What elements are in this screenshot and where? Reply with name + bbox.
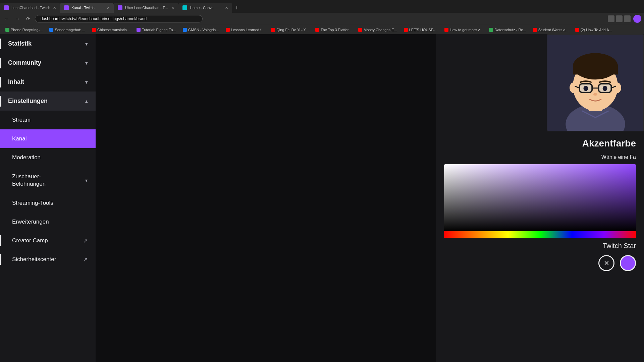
- sidebar: Statistik ▾ Community ▾ Inhalt ▾ Einstel…: [0, 34, 96, 362]
- bookmarks-bar: Phone Recycling-... Sonderangebot: ... C…: [0, 25, 644, 34]
- sidebar-item-creator-camp[interactable]: Creator Camp ↗: [0, 231, 96, 250]
- address-input[interactable]: [35, 15, 203, 22]
- bookmark-7[interactable]: Qing Fei De Yi - Y...: [268, 27, 311, 33]
- bookmark-13[interactable]: Student Wants a...: [530, 27, 571, 33]
- sidebar-label-stream: Stream: [12, 117, 31, 123]
- sidebar-item-streaming-tools[interactable]: Streaming-Tools: [0, 194, 96, 213]
- sidebar-label-streaming-tools: Streaming-Tools: [12, 200, 53, 206]
- page-content: Statistik ▾ Community ▾ Inhalt ▾ Einstel…: [0, 34, 644, 362]
- bm-favicon-11: [444, 28, 448, 32]
- main-content: [96, 34, 436, 362]
- tab-favicon-3: [118, 5, 122, 10]
- bookmark-8[interactable]: The Top 3 Platfor...: [313, 27, 354, 33]
- tab-favicon-2: [64, 5, 69, 10]
- sidebar-item-inhalt[interactable]: Inhalt ▾: [0, 72, 96, 92]
- new-tab-button[interactable]: +: [232, 3, 241, 13]
- sidebar-item-stream[interactable]: Stream: [0, 111, 96, 129]
- bm-label-1: Phone Recycling-...: [11, 28, 43, 32]
- sidebar-item-community[interactable]: Community ▾: [0, 53, 96, 72]
- extensions-area: [608, 15, 631, 22]
- chevron-inhalt: ▾: [85, 79, 88, 85]
- bookmark-1[interactable]: Phone Recycling-...: [3, 27, 45, 33]
- bm-label-12: Datenschutz - Re...: [494, 28, 526, 32]
- tab-4[interactable]: Home - Canva ✕: [178, 3, 232, 13]
- bookmark-14[interactable]: (2) How To Add A...: [573, 27, 615, 33]
- bm-label-6: Lessons Learned f...: [231, 28, 265, 32]
- tab-close-4[interactable]: ✕: [225, 6, 228, 10]
- bookmark-6[interactable]: Lessons Learned f...: [223, 27, 267, 33]
- sidebar-item-zuschauer[interactable]: Zuschauer-Belohnungen ▾: [0, 167, 96, 194]
- sidebar-item-moderation[interactable]: Moderation: [0, 148, 96, 167]
- sidebar-label-erweiterungen: Erweiterungen: [12, 219, 49, 225]
- profile-button[interactable]: [633, 15, 641, 23]
- bookmark-3[interactable]: Chinese translatio...: [89, 27, 132, 33]
- bm-favicon-8: [315, 28, 319, 32]
- sidebar-item-erweiterungen[interactable]: Erweiterungen: [0, 213, 96, 231]
- sidebar-item-kanal[interactable]: Kanal: [0, 129, 96, 148]
- sidebar-item-statistik[interactable]: Statistik ▾: [0, 34, 96, 53]
- bookmark-9[interactable]: Money Changes E...: [356, 27, 400, 33]
- color-gradient-box[interactable]: [444, 164, 636, 231]
- sidebar-label-kanal: Kanal: [12, 135, 26, 142]
- bm-favicon-5: [183, 28, 187, 32]
- tab-2[interactable]: Kanal - Twitch ✕: [60, 3, 114, 13]
- bm-label-11: How to get more v...: [450, 28, 483, 32]
- cancel-color-button[interactable]: ✕: [598, 255, 614, 271]
- chevron-statistik: ▾: [85, 41, 88, 47]
- accent-subtitle: Wähle eine Fa: [444, 154, 636, 160]
- accent-section: Akzentfarbe Wähle eine Fa Twitch Star ✕: [436, 131, 644, 274]
- bm-label-5: GMSN - Vologda...: [188, 28, 219, 32]
- bookmark-10[interactable]: LEE'S HOUSE-...: [401, 27, 440, 33]
- chevron-zuschauer: ▾: [85, 178, 88, 183]
- bookmark-4[interactable]: Tutorial: Eigene Fa...: [134, 27, 179, 33]
- external-link-icon-creator-camp: ↗: [83, 238, 88, 244]
- bm-label-3: Chinese translatio...: [97, 28, 130, 32]
- forward-button[interactable]: →: [13, 15, 21, 23]
- tab-close-2[interactable]: ✕: [107, 6, 110, 10]
- bm-favicon-9: [358, 28, 362, 32]
- avatar-container: [436, 34, 644, 131]
- svg-point-15: [583, 86, 588, 91]
- bm-favicon-13: [533, 28, 537, 32]
- sidebar-label-creator-camp: Creator Camp: [12, 237, 48, 244]
- refresh-button[interactable]: ⟳: [24, 15, 32, 23]
- chevron-community: ▾: [85, 60, 88, 66]
- tab-label-3: Über LeonChaudhari - Twitch: [125, 6, 169, 10]
- indicator-creator-camp: [0, 235, 1, 246]
- bm-favicon-7: [271, 28, 275, 32]
- sidebar-label-inhalt: Inhalt: [8, 78, 24, 85]
- tab-label-1: LeonChaudhari - Twitch: [11, 6, 50, 10]
- tab-3[interactable]: Über LeonChaudhari - Twitch ✕: [114, 3, 178, 13]
- sidebar-label-community: Community: [8, 59, 41, 66]
- indicator-community: [0, 58, 1, 68]
- bottom-controls: ✕: [444, 252, 636, 274]
- bm-favicon-3: [92, 28, 96, 32]
- back-button[interactable]: ←: [3, 15, 11, 23]
- tab-favicon-1: [4, 5, 9, 10]
- tab-close-1[interactable]: ✕: [53, 6, 56, 10]
- sidebar-item-sicherheitscenter[interactable]: Sicherheitscenter ↗: [0, 250, 96, 269]
- indicator-inhalt: [0, 77, 1, 87]
- indicator-sicherheitscenter: [0, 254, 1, 265]
- color-spectrum-bar[interactable]: [444, 231, 636, 238]
- sidebar-item-einstellungen[interactable]: Einstellungen ▴: [0, 92, 96, 111]
- sidebar-label-sicherheitscenter: Sicherheitscenter: [12, 256, 56, 263]
- tab-1[interactable]: LeonChaudhari - Twitch ✕: [0, 3, 60, 13]
- bookmark-12[interactable]: Datenschutz - Re...: [486, 27, 529, 33]
- bookmark-5[interactable]: GMSN - Vologda...: [180, 27, 222, 33]
- tab-favicon-4: [182, 5, 187, 10]
- sidebar-label-einstellungen: Einstellungen: [8, 98, 48, 105]
- bm-label-8: The Top 3 Platfor...: [321, 28, 352, 32]
- bm-label-14: (2) How To Add A...: [581, 28, 612, 32]
- bm-label-9: Money Changes E...: [364, 28, 397, 32]
- sidebar-label-statistik: Statistik: [8, 40, 32, 47]
- svg-point-16: [603, 86, 607, 91]
- confirm-color-button[interactable]: [620, 255, 636, 271]
- twitch-star-label: Twitch Star: [444, 238, 636, 252]
- bookmark-2[interactable]: Sonderangebot: ...: [47, 27, 88, 33]
- bm-label-4: Tutorial: Eigene Fa...: [142, 28, 176, 32]
- tab-close-3[interactable]: ✕: [171, 6, 174, 10]
- browser-chrome: LeonChaudhari - Twitch ✕ Kanal - Twitch …: [0, 0, 644, 34]
- tab-bar: LeonChaudhari - Twitch ✕ Kanal - Twitch …: [0, 0, 644, 13]
- bookmark-11[interactable]: How to get more v...: [442, 27, 485, 33]
